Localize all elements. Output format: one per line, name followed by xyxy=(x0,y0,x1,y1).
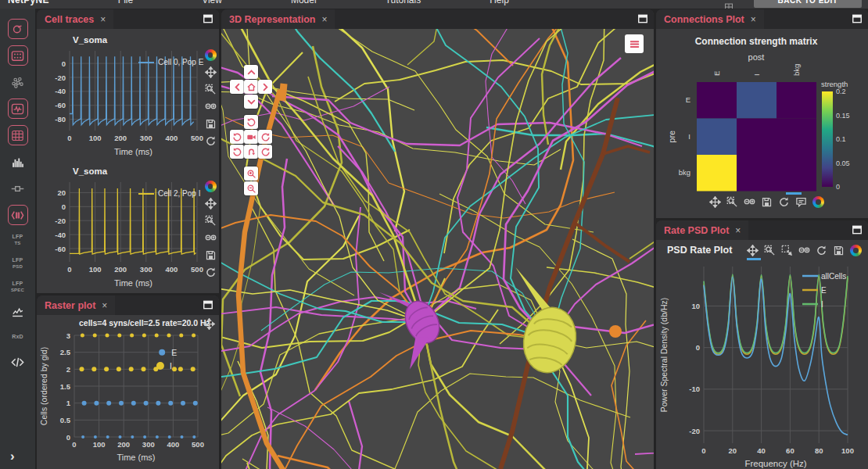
zoom-in-button[interactable] xyxy=(244,166,258,181)
sidebar-item-lfp-psd[interactable]: LFPPSD xyxy=(8,255,28,272)
refresh-icon[interactable] xyxy=(205,135,217,147)
refresh-icon[interactable] xyxy=(778,196,790,208)
refresh-icon[interactable] xyxy=(205,267,217,278)
sidebar-item-connectivity-matrix[interactable] xyxy=(8,45,28,66)
refresh-icon[interactable] xyxy=(816,245,827,256)
zoom-pair-icon[interactable] xyxy=(798,245,810,256)
3d-viewport[interactable] xyxy=(221,29,654,469)
connections-tabbar: Connections Plot × xyxy=(656,9,868,29)
maximize-icon[interactable] xyxy=(852,13,863,24)
app-window: NetPyNE FileViewModelTutorialsHelp BACK … xyxy=(0,0,868,469)
network-icon xyxy=(11,76,24,89)
sidebar-item-rxd[interactable]: RxD xyxy=(8,328,28,345)
close-icon[interactable]: × xyxy=(321,14,327,25)
save-icon[interactable] xyxy=(833,245,845,256)
close-icon[interactable]: × xyxy=(102,300,107,311)
sidebar-item-spike-histogram[interactable] xyxy=(8,152,28,172)
zoom-icon[interactable] xyxy=(726,196,738,208)
histogram-icon xyxy=(11,156,24,169)
sidebar-item-raster-plot[interactable] xyxy=(8,205,28,225)
roll-ccw-button[interactable] xyxy=(230,145,244,159)
orbit-up-button[interactable] xyxy=(244,115,258,129)
menu-bar: NetPyNE FileViewModelTutorialsHelp BACK … xyxy=(0,0,868,9)
save-icon[interactable] xyxy=(205,249,217,261)
maximize-icon[interactable] xyxy=(203,299,213,310)
select-icon[interactable] xyxy=(781,245,793,256)
svg-text:80: 80 xyxy=(815,446,823,455)
zoom-out-button[interactable] xyxy=(244,181,258,195)
sidebar-item-lfp-timeseries[interactable]: LFPTS xyxy=(8,231,28,249)
maximize-icon[interactable] xyxy=(203,13,213,24)
close-icon[interactable]: × xyxy=(751,14,756,25)
sidebar-item-connectivity-grid[interactable] xyxy=(8,125,28,145)
svg-text:bkg: bkg xyxy=(792,64,801,76)
svg-text:E: E xyxy=(821,286,827,295)
save-icon[interactable] xyxy=(761,196,773,208)
camera-down-button[interactable] xyxy=(244,95,258,109)
pan-icon[interactable] xyxy=(203,318,215,330)
svg-text:0.05: 0.05 xyxy=(836,159,850,167)
node-icon xyxy=(11,182,24,195)
svg-text:Time (ms): Time (ms) xyxy=(117,453,155,462)
svg-text:1: 1 xyxy=(66,399,71,407)
svg-text:bkg: bkg xyxy=(679,168,690,177)
maximize-icon[interactable] xyxy=(637,13,648,24)
maximize-icon[interactable] xyxy=(852,224,863,235)
sidebar: LFPTSLFPPSDLFPSPECRxD› xyxy=(0,9,35,469)
spikes-icon xyxy=(11,209,24,222)
tab-cell-traces[interactable]: Cell traces × xyxy=(37,9,113,29)
menu-file[interactable]: File xyxy=(118,0,133,5)
sidebar-item-granger-plot[interactable] xyxy=(8,178,28,199)
camera-right-button[interactable] xyxy=(258,80,272,94)
color-wheel-icon[interactable] xyxy=(205,49,217,61)
sidebar-item-dev-code[interactable] xyxy=(8,352,28,372)
svg-text:V_soma: V_soma xyxy=(73,35,108,45)
hover-icon[interactable] xyxy=(795,196,807,208)
roll-cw-button[interactable] xyxy=(258,145,272,159)
color-wheel-icon[interactable] xyxy=(850,245,862,256)
camera-view-button[interactable] xyxy=(244,130,258,144)
zoom-pair-icon[interactable] xyxy=(205,101,217,113)
plot-modebar xyxy=(204,181,217,284)
zoom-icon[interactable] xyxy=(205,215,217,227)
zoom-pair-icon[interactable] xyxy=(205,232,217,244)
sidebar-item-network-graph[interactable] xyxy=(8,72,28,92)
menu-help[interactable]: Help xyxy=(490,0,509,5)
menu-view[interactable]: View xyxy=(202,0,222,5)
close-icon[interactable]: × xyxy=(735,225,741,236)
svg-text:60: 60 xyxy=(786,446,794,455)
tab-rate-psd[interactable]: Rate PSD Plot × xyxy=(656,220,748,240)
back-to-edit-button[interactable]: BACK TO EDIT xyxy=(754,0,862,8)
sidebar-item-cell-types[interactable] xyxy=(8,19,28,39)
pan-icon[interactable] xyxy=(709,196,721,208)
menu-tutorials[interactable]: Tutorials xyxy=(386,0,421,5)
rotate-ccw-button[interactable] xyxy=(230,130,244,144)
zoom-icon[interactable] xyxy=(205,84,217,95)
pan-icon[interactable] xyxy=(205,198,217,209)
legend-menu-button[interactable] xyxy=(625,34,644,53)
sidebar-item-cell-traces[interactable] xyxy=(8,98,28,119)
camera-left-button[interactable] xyxy=(230,80,244,94)
tab-connections-plot[interactable]: Connections Plot × xyxy=(656,9,764,29)
pan-icon[interactable] xyxy=(747,245,759,256)
color-wheel-icon[interactable] xyxy=(205,181,217,192)
zoom-icon[interactable] xyxy=(764,245,776,256)
layout-icon[interactable] xyxy=(724,1,733,9)
camera-up-button[interactable] xyxy=(244,65,258,79)
svg-text:200: 200 xyxy=(117,440,130,449)
rotate-cw-button[interactable] xyxy=(258,130,272,144)
sidebar-expand-arrow[interactable]: › xyxy=(10,449,15,464)
camera-home-button[interactable] xyxy=(244,80,258,94)
zoom-pair-icon[interactable] xyxy=(744,196,755,208)
color-wheel-icon[interactable] xyxy=(812,196,824,208)
svg-text:Frequency (Hz): Frequency (Hz) xyxy=(744,459,806,468)
close-icon[interactable]: × xyxy=(100,14,106,25)
save-icon[interactable] xyxy=(205,118,217,130)
pan-icon[interactable] xyxy=(205,66,217,78)
menu-model[interactable]: Model xyxy=(291,0,317,5)
tab-raster[interactable]: Raster plot × xyxy=(37,295,115,315)
tab-3d-representation[interactable]: 3D Representation × xyxy=(221,9,335,29)
roll-reset-button[interactable] xyxy=(244,145,258,159)
sidebar-item-rate-psd[interactable] xyxy=(8,302,28,322)
sidebar-item-lfp-spectrogram[interactable]: LFPSPEC xyxy=(8,278,28,295)
